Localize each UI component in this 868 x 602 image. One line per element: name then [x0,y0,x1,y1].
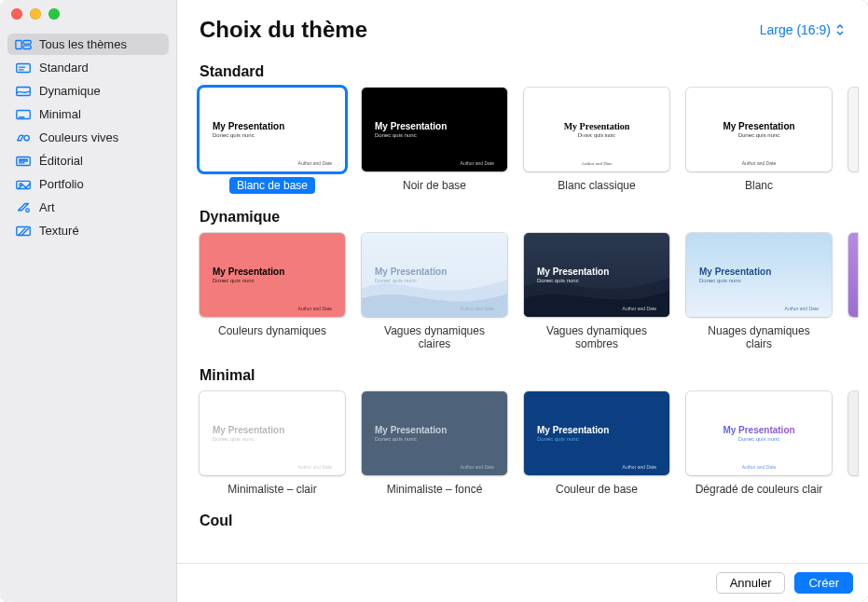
aspect-ratio-dropdown[interactable]: Large (16:9) [760,22,846,37]
theme-label: Blanc classique [550,177,642,194]
dynamic-icon [15,85,32,98]
preview-subtitle: Donec quis nunc [686,436,832,442]
section-title: Standard [200,63,868,80]
chevron-updown-icon [834,22,846,37]
preview-author: Author and Date [461,464,494,470]
sidebar-item-label: Éditorial [39,154,83,168]
theme-label: Vagues dynamiques claires [362,322,507,352]
theme-peek[interactable] [848,391,858,475]
theme-label: Noir de base [395,177,474,194]
zoom-window-button[interactable] [48,8,60,20]
theme-card[interactable]: My PresentationDonec quis nuncAuthor and… [200,233,345,339]
theme-label: Dégradé de couleurs clair [688,481,831,498]
main: Choix du thème Large (16:9) StandardMy P… [177,0,868,602]
preview-title: My Presentation [200,267,345,277]
sidebar-item-label: Couleurs vives [39,130,118,144]
theme-thumbnail: My PresentationDonec quis nuncAuthor and… [200,391,345,475]
preview-author: Author and Date [524,161,669,166]
theme-card[interactable]: My PresentationDonec quis nuncAuthor and… [362,391,507,498]
sidebar-item-portfolio[interactable]: Portfolio [7,173,169,195]
preview-subtitle: Donec quis nunc [200,436,345,442]
svg-point-16 [26,208,30,212]
theme-label: Blanc [737,177,780,194]
preview-author: Author and Date [686,464,832,470]
sidebar-item-label: Dynamique [39,84,101,98]
create-button[interactable]: Créer [794,572,853,594]
theme-card[interactable]: My PresentationDonec quis nuncAuthor and… [200,391,345,498]
theme-label: Couleur de base [548,481,645,498]
all-icon [15,38,32,51]
sidebar-item-texture[interactable]: Texturé [7,220,169,241]
theme-card[interactable]: My PresentationDonec quis nuncAuthor and… [686,391,832,498]
aspect-ratio-label: Large (16:9) [760,22,831,37]
theme-thumbnail: My PresentationDonec quis nuncAuthor and… [200,233,345,317]
theme-label: Minimaliste – foncé [379,481,490,498]
preview-author: Author and Date [298,306,332,311]
preview-title: My Presentation [686,425,832,435]
minimize-window-button[interactable] [30,8,41,20]
sidebar-item-minimal[interactable]: Minimal [7,103,169,125]
sidebar-item-dynamic[interactable]: Dynamique [7,80,169,102]
preview-subtitle: Donec quis nunc [362,278,507,283]
preview-title: My Presentation [524,121,669,131]
preview-title: My Presentation [200,425,345,435]
theme-label: Vagues dynamiques sombres [524,322,669,352]
theme-thumbnail: My PresentationDonec quis nuncAuthor and… [686,88,832,171]
theme-thumbnail: My PresentationDonec quis nuncAuthor and… [524,88,669,171]
section-title: Coul [200,513,868,529]
theme-thumbnail: My PresentationDonec quis nuncAuthor and… [524,233,669,317]
sidebar-item-standard[interactable]: Standard [7,57,169,78]
sidebar-item-label: Texturé [39,224,79,238]
preview-subtitle: Donec quis nunc [524,278,669,283]
bold-icon [15,131,32,144]
close-window-button[interactable] [11,8,22,20]
section-title: Minimal [200,367,868,384]
preview-title: My Presentation [686,267,832,277]
theme-card[interactable]: My PresentationDonec quis nuncAuthor and… [686,233,832,352]
theme-label: Nuages dynamiques clairs [686,322,832,352]
svg-rect-1 [23,40,31,44]
preview-subtitle: Donec quis nunc [686,132,832,138]
sidebar-item-all[interactable]: Tous les thèmes [7,34,169,55]
theme-thumbnail: My PresentationDonec quis nuncAuthor and… [362,391,507,475]
preview-subtitle: Donec quis nunc [200,132,345,138]
theme-thumbnail: My PresentationDonec quis nuncAuthor and… [362,233,507,317]
theme-peek[interactable] [848,88,858,171]
theme-card[interactable]: My PresentationDonec quis nuncAuthor and… [524,391,669,498]
preview-title: My Presentation [200,121,345,131]
preview-author: Author and Date [785,306,819,311]
preview-author: Author and Date [461,306,494,311]
svg-rect-6 [17,87,30,95]
art-icon [15,201,32,214]
page-title: Choix du thème [200,17,367,43]
portfolio-icon [15,178,32,191]
theme-card[interactable]: My PresentationDonec quis nuncAuthor and… [686,88,832,194]
theme-card[interactable]: My PresentationDonec quis nuncAuthor and… [200,88,345,194]
sidebar-item-bold[interactable]: Couleurs vives [7,127,169,148]
theme-card[interactable]: My PresentationDonec quis nuncAuthor and… [524,88,669,194]
preview-author: Author and Date [298,464,332,470]
preview-author: Author and Date [686,160,832,166]
preview-subtitle: Donec quis nunc [362,436,507,442]
theme-label: Blanc de base [229,177,315,194]
svg-rect-0 [16,40,21,48]
standard-icon [15,62,32,75]
sidebar-item-label: Minimal [39,107,81,121]
window-controls [0,0,176,28]
theme-card[interactable]: My PresentationDonec quis nuncAuthor and… [362,88,507,194]
theme-card[interactable]: My PresentationDonec quis nuncAuthor and… [524,233,669,352]
sidebar-item-label: Portfolio [39,177,84,191]
theme-thumbnail: My PresentationDonec quis nuncAuthor and… [524,391,669,475]
sidebar: Tous les thèmesStandardDynamiqueMinimalC… [0,0,177,602]
preview-subtitle: Donec quis nunc [524,436,669,442]
theme-label: Couleurs dynamiques [211,322,334,339]
minimal-icon [15,108,32,121]
theme-card[interactable]: My PresentationDonec quis nuncAuthor and… [362,233,507,352]
sidebar-item-art[interactable]: Art [7,197,169,218]
preview-subtitle: Donec quis nunc [524,132,669,138]
cancel-button[interactable]: Annuler [716,572,786,594]
theme-peek[interactable] [848,233,858,317]
preview-title: My Presentation [362,121,507,131]
preview-author: Author and Date [623,464,656,470]
sidebar-item-editorial[interactable]: Éditorial [7,150,169,171]
